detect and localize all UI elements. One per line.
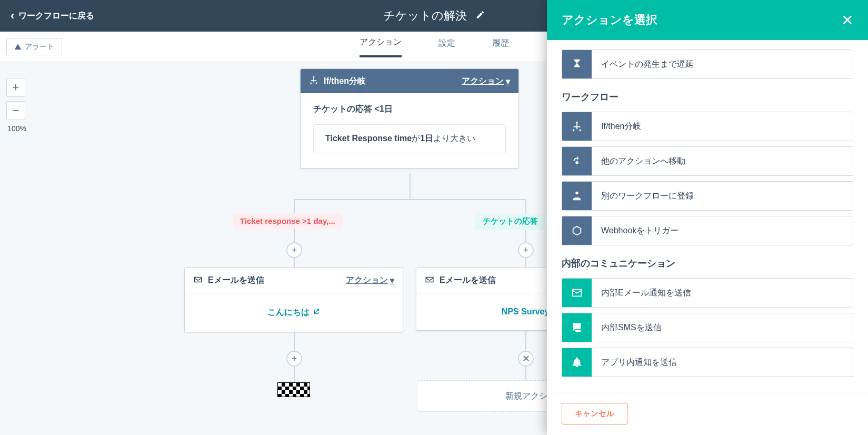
page-title-group: チケットの解決: [383, 8, 485, 24]
alerts-button[interactable]: アラート: [6, 38, 62, 55]
connector-line: [525, 258, 526, 268]
section-header-communication: 内部のコミュニケーション: [562, 257, 853, 270]
option-enroll-workflow[interactable]: 別のワークフローに登録: [562, 181, 853, 211]
option-label: イベントの発生まで遅延: [592, 50, 853, 78]
section-header-workflow: ワークフロー: [562, 91, 853, 103]
back-label: ワークフローに戻る: [18, 11, 94, 22]
envelope-icon: [562, 279, 592, 307]
option-label: Webhookをトリガー: [592, 216, 853, 245]
connector-line: [294, 258, 295, 268]
bell-icon: [562, 348, 592, 377]
add-action-button[interactable]: +: [286, 351, 302, 367]
cancel-button[interactable]: キャンセル: [562, 403, 627, 424]
option-trigger-webhook[interactable]: Webhookをトリガー: [562, 216, 853, 245]
panel-footer: キャンセル: [547, 392, 868, 435]
close-panel-button[interactable]: ✕: [841, 12, 853, 29]
connector-line: [294, 331, 295, 351]
option-internal-email[interactable]: 内部Eメール通知を送信: [562, 278, 853, 308]
ifthen-branch-label: チケットの応答 <1日: [313, 104, 506, 115]
panel-body[interactable]: イベントの発生まで遅延 ワークフロー If/then分岐 他のアクションへ移動 …: [547, 40, 868, 392]
option-label: 内部Eメール通知を送信: [592, 279, 853, 307]
connector-line: [294, 199, 526, 200]
ifthen-condition[interactable]: Ticket Response timeが1日より大きい: [313, 124, 506, 153]
zoom-percent: 100%: [6, 124, 27, 133]
send-email-actions-dropdown[interactable]: アクション ▾: [346, 275, 394, 286]
external-link-icon: [313, 308, 320, 318]
panel-header: アクションを選択 ✕: [547, 0, 868, 40]
add-action-button-right[interactable]: +: [518, 242, 534, 258]
chevron-down-icon: ▾: [390, 275, 394, 285]
option-label: 内部SMSを送信: [592, 313, 853, 342]
chevron-down-icon: ▾: [506, 76, 510, 86]
option-internal-sms[interactable]: 内部SMSを送信: [562, 313, 853, 342]
option-label: アプリ内通知を送信: [592, 348, 853, 377]
back-to-workflows-button[interactable]: ‹ ワークフローに戻る: [11, 9, 94, 23]
ifthen-body: チケットの応答 <1日 Ticket Response timeが1日より大きい: [301, 93, 518, 168]
send-email-body: こんにちは: [185, 293, 403, 332]
ifthen-header: If/then分岐 アクション ▾: [301, 69, 518, 93]
option-label: If/then分岐: [592, 112, 853, 141]
connector-line: [294, 367, 295, 382]
chevron-left-icon: ‹: [11, 9, 14, 23]
remove-action-button[interactable]: ✕: [518, 351, 534, 367]
hourglass-icon: [562, 50, 592, 78]
option-ifthen-branch[interactable]: If/then分岐: [562, 112, 853, 141]
ifthen-node[interactable]: If/then分岐 アクション ▾ チケットの応答 <1日 Ticket Res…: [300, 68, 519, 169]
branch-icon: [309, 75, 318, 87]
finish-marker: [277, 382, 310, 397]
connector-line: [525, 331, 526, 351]
option-delay-until-event[interactable]: イベントの発生まで遅延: [562, 50, 853, 79]
zoom-controls: + − 100%: [6, 78, 27, 133]
tab-history[interactable]: 履歴: [492, 38, 509, 56]
action-picker-panel: アクションを選択 ✕ イベントの発生まで遅延 ワークフロー If/then分岐 …: [547, 0, 868, 435]
enroll-icon: [562, 182, 592, 210]
ifthen-actions-dropdown[interactable]: アクション ▾: [462, 76, 510, 87]
email-template-link[interactable]: こんにちは: [267, 307, 320, 318]
connector-line: [410, 173, 411, 199]
send-email-title: Eメールを送信: [208, 275, 346, 286]
option-inapp-notification[interactable]: アプリ内通知を送信: [562, 348, 853, 377]
email-template-link[interactable]: NPS Survey: [502, 307, 550, 317]
branch-label-yes[interactable]: チケットの応答: [475, 213, 545, 230]
zoom-out-button[interactable]: −: [6, 101, 25, 120]
send-email-node-left[interactable]: Eメールを送信 アクション ▾ こんにちは: [184, 268, 403, 332]
chat-icon: [562, 313, 592, 342]
tabs: アクション 設定 履歴: [360, 32, 509, 62]
envelope-icon: [193, 276, 203, 285]
option-label: 他のアクションへ移動: [592, 147, 853, 175]
option-label: 別のワークフローに登録: [592, 182, 853, 210]
connector-line: [525, 367, 526, 380]
tab-actions[interactable]: アクション: [360, 37, 402, 57]
page-title: チケットの解決: [383, 8, 467, 24]
zoom-in-button[interactable]: +: [6, 78, 25, 97]
panel-title: アクションを選択: [562, 12, 657, 28]
tab-settings[interactable]: 設定: [438, 38, 455, 56]
cube-icon: [562, 216, 592, 245]
person-arrow-icon: [562, 147, 592, 175]
alerts-label: アラート: [25, 42, 54, 52]
branch-label-no[interactable]: Ticket response >1 day,...: [233, 213, 343, 229]
ifthen-title: If/then分岐: [324, 76, 462, 87]
edit-title-icon[interactable]: [475, 9, 485, 23]
add-action-button-left[interactable]: +: [286, 242, 302, 258]
branch-icon: [562, 112, 592, 141]
send-email-header: Eメールを送信 アクション ▾: [185, 268, 403, 293]
option-go-to-action[interactable]: 他のアクションへ移動: [562, 146, 853, 176]
envelope-icon: [425, 276, 434, 285]
